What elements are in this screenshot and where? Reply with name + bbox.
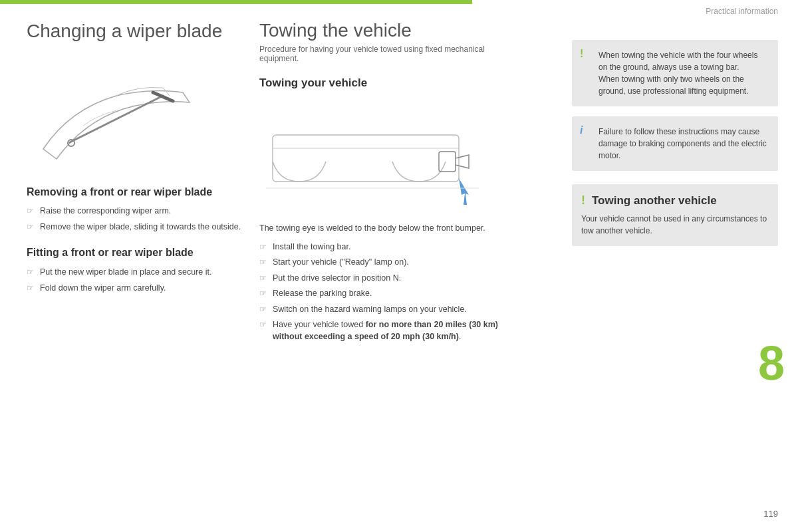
- info-text-2: Failure to follow these instructions may…: [598, 126, 769, 162]
- towing-bullets: Install the towing bar. Start your vehic…: [259, 241, 499, 343]
- page-number: 119: [763, 509, 778, 519]
- towing-bullet-4: Release the parking brake.: [259, 288, 499, 300]
- section-label: Practical information: [706, 7, 778, 16]
- info-icon: i: [580, 124, 583, 136]
- svg-rect-3: [273, 135, 459, 182]
- removing-section: Removing a front or rear wiper blade Rai…: [27, 186, 246, 233]
- removing-bullet-1: Raise the corresponding wiper arm.: [27, 205, 246, 217]
- chapter-number: 8: [758, 339, 785, 387]
- mid-subtitle: Procedure for having your vehicle towed …: [259, 45, 499, 63]
- exclamation-icon-1: !: [580, 48, 583, 60]
- fitting-section: Fitting a front or rear wiper blade Put …: [27, 246, 246, 294]
- svg-line-0: [70, 96, 163, 142]
- towing-bullet-2: Start your vehicle ("Ready" lamp on).: [259, 257, 499, 269]
- exclamation-icon-2: !: [581, 194, 585, 207]
- info-box-2: i Failure to follow these instructions m…: [572, 116, 778, 171]
- towing-bullet-5: Switch on the hazard warning lamps on yo…: [259, 304, 499, 316]
- towing-image: [259, 100, 485, 213]
- wiper-image: [27, 53, 213, 172]
- warning-text-1: When towing the vehicle with the four wh…: [598, 49, 769, 97]
- fitting-heading: Fitting a front or rear wiper blade: [27, 246, 246, 260]
- fitting-bullets: Put the new wiper blade in place and sec…: [27, 267, 246, 294]
- towing-description: The towing eye is welded to the body bel…: [259, 223, 499, 235]
- removing-bullet-2: Remove the wiper blade, sliding it towar…: [27, 221, 246, 233]
- fitting-bullet-2: Fold down the wiper arm carefully.: [27, 283, 246, 295]
- wiper-illustration: [30, 56, 209, 169]
- towing-bullet-6: Have your vehicle towed for no more than…: [259, 319, 499, 342]
- svg-rect-5: [439, 152, 456, 172]
- mid-title: Towing the vehicle: [259, 20, 499, 41]
- left-title: Changing a wiper blade: [27, 20, 246, 43]
- towing-vehicle-heading: Towing your vehicle: [259, 76, 499, 90]
- svg-marker-6: [459, 178, 469, 205]
- towing-another-heading: Towing another vehicle: [592, 194, 717, 207]
- towing-another-box: ! Towing another vehicle Your vehicle ca…: [572, 184, 778, 246]
- towing-another-header: ! Towing another vehicle: [581, 194, 769, 207]
- towing-another-text: Your vehicle cannot be used in any circu…: [581, 213, 769, 237]
- middle-column: Towing the vehicle Procedure for having …: [259, 20, 499, 356]
- accent-bar: [0, 0, 472, 4]
- towing-bullet-1: Install the towing bar.: [259, 241, 499, 253]
- right-column: ! When towing the vehicle with the four …: [572, 40, 778, 246]
- left-column: Changing a wiper blade Removing a front …: [27, 20, 246, 307]
- warning-box-1: ! When towing the vehicle with the four …: [572, 40, 778, 106]
- towing-illustration: [259, 102, 485, 211]
- removing-bullets: Raise the corresponding wiper arm. Remov…: [27, 205, 246, 233]
- towing-bullet-3: Put the drive selector in position N.: [259, 273, 499, 285]
- removing-heading: Removing a front or rear wiper blade: [27, 186, 246, 200]
- fitting-bullet-1: Put the new wiper blade in place and sec…: [27, 267, 246, 279]
